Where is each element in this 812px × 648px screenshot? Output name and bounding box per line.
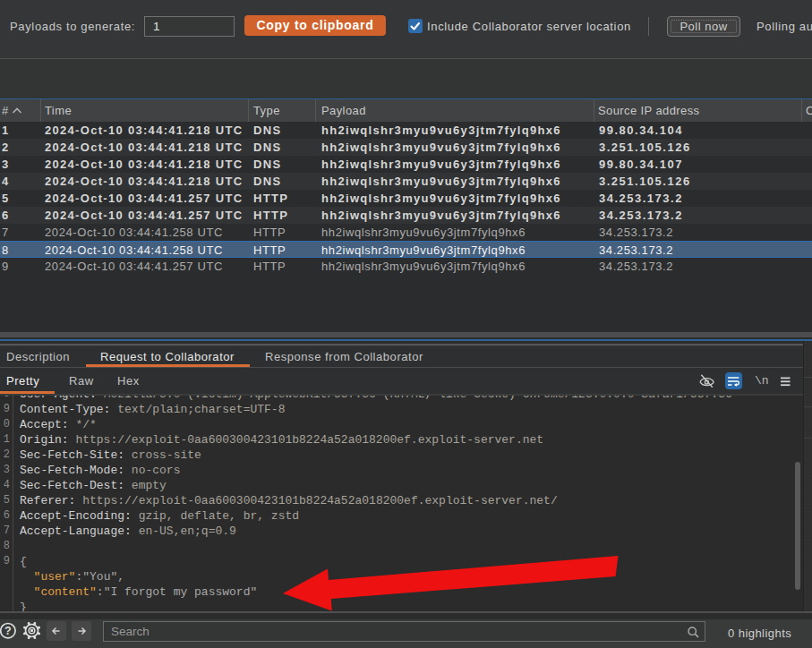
svg-text:?: ? <box>4 625 12 637</box>
